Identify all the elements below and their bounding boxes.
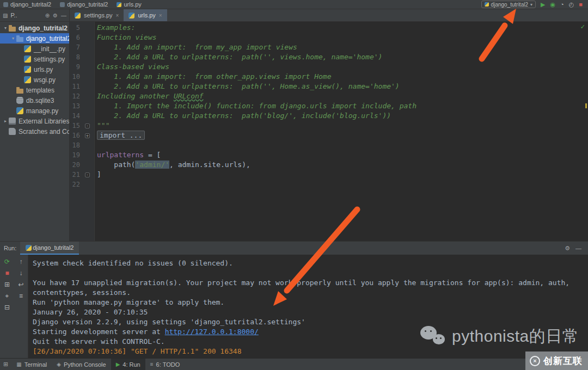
soft-wrap-button[interactable]: ↩	[18, 281, 23, 288]
statusbar-item-python-console[interactable]: ◈Python Console	[52, 359, 111, 370]
statusbar-item-6-todo[interactable]: ≡6: TODO	[145, 359, 185, 370]
breadcrumb-item[interactable]: django_tutrital2	[3, 1, 51, 8]
project-panel-label[interactable]: P..	[10, 12, 17, 18]
restore-layout-button[interactable]: ⊞	[4, 281, 10, 288]
editor-tab-urls-py[interactable]: urls.py×	[124, 9, 167, 21]
close-icon[interactable]: ×	[159, 13, 162, 18]
code-line[interactable]: 16+import ...	[70, 131, 588, 140]
status-bar-items: ▦Terminal◈Python Console▶4: Run≡6: TODO	[11, 359, 185, 370]
chevron-right-icon[interactable]: ▸	[2, 119, 9, 124]
scroll-up-button[interactable]: ↑	[20, 258, 23, 265]
code-line[interactable]: 15-"""	[70, 121, 588, 131]
tree-item-scratches-and-cons[interactable]: Scratches and Cons	[0, 126, 69, 137]
code-text: Including another URLconf	[95, 91, 204, 101]
profiler-button[interactable]: ◴	[569, 2, 574, 8]
breadcrumb-item[interactable]: django_tutrital2	[60, 1, 108, 8]
code-text: 1. Add an import: from other_app.views i…	[95, 72, 331, 82]
scroll-down-button[interactable]: ↓	[20, 270, 23, 276]
code-text: 1. Import the include() function: from d…	[95, 101, 416, 111]
line-number: 21	[70, 170, 80, 180]
tree-item-db-sqlite3[interactable]: db.sqlite3	[0, 95, 69, 106]
python-icon	[16, 107, 23, 114]
code-token: Class-based views	[97, 63, 169, 71]
tree-item-django-tutrital2[interactable]: ▾django_tutrital2	[0, 33, 69, 44]
run-toolbar-right: ↑ ↓ ↩ ≡	[14, 255, 28, 358]
code-line[interactable]: 9Class-based views	[70, 62, 588, 72]
code-line[interactable]: 12Including another URLconf	[70, 91, 588, 101]
line-number: 6	[70, 33, 80, 42]
clear-console-button[interactable]: ⊟	[4, 304, 10, 311]
run-small-icon: ▶	[116, 361, 120, 367]
brand-watermark: × 创新互联	[525, 351, 588, 370]
gear-icon[interactable]: ⚙	[53, 13, 58, 18]
code-line[interactable]: 5Examples:	[70, 23, 588, 33]
tree-item-templates[interactable]: templates	[0, 85, 69, 95]
code-token: import ...	[97, 131, 145, 140]
fold-icon[interactable]: -	[85, 124, 90, 128]
code-token: urlpatterns	[97, 151, 144, 159]
debug-button[interactable]: ◉	[550, 2, 555, 8]
chevron-down-icon[interactable]: ▾	[2, 26, 9, 30]
editor-tab-settings-py[interactable]: settings.py×	[70, 9, 124, 21]
run-tab[interactable]: django_tutrital2	[20, 242, 79, 255]
rerun-button[interactable]: ⟳	[4, 258, 10, 265]
console-menu-button[interactable]: ≡	[19, 293, 23, 299]
coverage-button[interactable]: ◔	[560, 2, 564, 8]
code-line[interactable]: 19urlpatterns = [	[70, 150, 588, 160]
code-line[interactable]: 14 2. Add a URL to urlpatterns: path('bl…	[70, 111, 588, 121]
tree-item-django-tutrital2[interactable]: ▾django_tutrital2~	[0, 23, 69, 33]
statusbar-item-terminal[interactable]: ▦Terminal	[11, 359, 52, 370]
code-line[interactable]: 10 1. Add an import: from other_app.view…	[70, 72, 588, 82]
code-line[interactable]: 21-]	[70, 170, 588, 180]
hide-panel-icon[interactable]: —	[61, 13, 66, 18]
fold-marker[interactable]: -	[80, 121, 95, 131]
statusbar-item-4-run[interactable]: ▶4: Run	[111, 359, 145, 370]
folder-icon	[60, 2, 65, 7]
line-number: 9	[70, 62, 80, 72]
tree-item-wsgi-py[interactable]: wsgi.py	[0, 75, 69, 85]
code-token: 2. Add a URL to urlpatterns: path('', Ho…	[97, 82, 400, 90]
chevron-down-icon[interactable]: ▾	[10, 36, 16, 41]
fold-gutter	[80, 150, 95, 160]
terminal-icon: ▦	[16, 361, 21, 367]
stop-process-button[interactable]: ■	[5, 270, 9, 276]
fold-icon[interactable]: -	[85, 172, 90, 177]
tree-item-urls-py[interactable]: urls.py	[0, 64, 69, 75]
python-file-icon	[117, 2, 121, 7]
hide-panel-icon[interactable]: —	[575, 245, 581, 252]
code-line[interactable]: 6Function views	[70, 33, 588, 42]
pin-tab-button[interactable]: ⌖	[5, 293, 9, 299]
fold-gutter	[80, 82, 95, 91]
code-line[interactable]: 8 2. Add a URL to urlpatterns: path('', …	[70, 52, 588, 62]
tree-item--init-py[interactable]: __init__.py	[0, 44, 69, 54]
stop-button[interactable]: ■	[579, 2, 583, 8]
run-config-select[interactable]: django_tutrital2 ▾	[481, 1, 536, 8]
window-corner-icon[interactable]: ⊞	[0, 361, 11, 368]
locate-file-icon[interactable]: ⊕	[45, 13, 50, 18]
code-line[interactable]: 13 1. Import the include() function: fro…	[70, 101, 588, 111]
project-panel-header: ▨ P.. ⊕ ⚙ —	[0, 9, 70, 21]
run-button[interactable]: ▶	[541, 2, 545, 8]
inspections-ok-icon[interactable]: ✓	[580, 23, 585, 30]
code-token: URLconf	[174, 92, 204, 100]
console-text: You have 17 unapplied migration(s). Your…	[33, 279, 569, 287]
code-text: """	[95, 121, 109, 131]
code-line[interactable]: 7 1. Add an import: from my_app import v…	[70, 42, 588, 52]
code-editor[interactable]: 5Examples:6Function views7 1. Add an imp…	[70, 22, 588, 241]
tree-item-manage-py[interactable]: manage.py	[0, 106, 69, 116]
breadcrumb-item[interactable]: urls.py	[117, 1, 141, 8]
fold-marker[interactable]: -	[80, 170, 95, 180]
gear-icon[interactable]: ⚙	[565, 245, 570, 252]
tree-item-settings-py[interactable]: settings.py	[0, 54, 69, 64]
server-url-link[interactable]: http://127.0.0.1:8000/	[165, 328, 259, 336]
fold-marker[interactable]: +	[80, 131, 95, 140]
fold-icon[interactable]: +	[85, 133, 90, 138]
code-line[interactable]: 18	[70, 140, 588, 150]
code-line[interactable]: 22	[70, 180, 588, 189]
tree-item-external-libraries[interactable]: ▸External Libraries	[0, 116, 69, 126]
fold-gutter	[80, 72, 95, 82]
close-icon[interactable]: ×	[116, 13, 119, 18]
project-tool-icon[interactable]: ▨	[3, 13, 8, 18]
code-line[interactable]: 11 2. Add a URL to urlpatterns: path('',…	[70, 82, 588, 91]
code-line[interactable]: 20 path('admin/', admin.site.urls),	[70, 160, 588, 170]
